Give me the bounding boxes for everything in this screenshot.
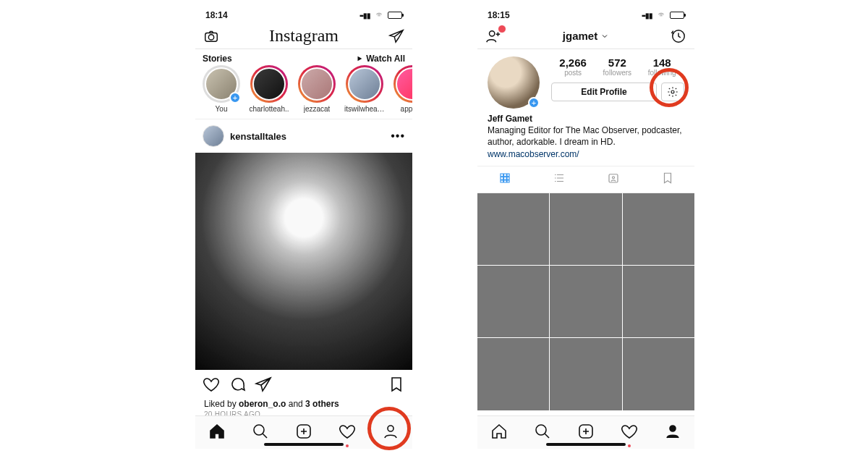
grid-cell[interactable] <box>550 193 621 265</box>
svg-point-2 <box>254 425 264 435</box>
profile-grid <box>477 193 694 410</box>
edit-profile-button[interactable]: Edit Profile <box>551 83 657 101</box>
tab-list[interactable] <box>532 166 586 193</box>
watch-all-label: Watch All <box>366 54 405 64</box>
stat-following[interactable]: 148following <box>648 56 676 77</box>
feed-header: Instagram <box>195 23 412 49</box>
bio-link[interactable]: www.macobserver.com/ <box>488 148 684 160</box>
activity-dot <box>346 444 349 447</box>
story-label: applem <box>401 105 412 113</box>
tab-activity[interactable] <box>621 423 638 443</box>
svg-point-5 <box>490 30 495 35</box>
stat-followers[interactable]: 572followers <box>603 56 631 77</box>
status-bar: 18:15 ▪▪▮▮ <box>477 7 694 23</box>
comment-icon[interactable] <box>229 376 246 396</box>
profile-bio: Jeff Gamet Managing Editor for The Mac O… <box>477 113 694 166</box>
wifi-icon <box>373 12 385 19</box>
grid-cell[interactable] <box>623 193 694 265</box>
stat-posts[interactable]: 2,266posts <box>559 56 587 77</box>
wifi-icon <box>655 12 667 19</box>
svg-point-4 <box>388 426 393 431</box>
profile-top: + 2,266posts 572followers 148following E… <box>477 49 694 113</box>
grid-cell[interactable] <box>623 338 694 410</box>
story-item[interactable]: charlotteah.. <box>249 65 289 113</box>
more-icon[interactable]: ••• <box>391 130 405 143</box>
grid-cell[interactable] <box>477 266 549 337</box>
post-image[interactable] <box>195 153 412 370</box>
post-username[interactable]: kenstalltales <box>230 131 286 142</box>
svg-point-1 <box>208 34 213 39</box>
stories-row[interactable]: + You charlotteah.. jezzacat itswilwheat… <box>195 65 412 119</box>
grid-cell[interactable] <box>477 193 549 265</box>
play-icon <box>356 55 363 62</box>
tagged-icon <box>607 172 620 185</box>
likes-line[interactable]: Liked by oberon_o.o and 3 others <box>195 399 412 409</box>
svg-point-7 <box>671 90 674 93</box>
plus-icon[interactable]: + <box>528 97 540 109</box>
direct-icon[interactable] <box>388 28 405 45</box>
post-avatar[interactable] <box>203 125 224 147</box>
home-indicator <box>264 443 344 446</box>
tab-home[interactable] <box>208 423 226 443</box>
stats-row: 2,266posts 572followers 148following <box>551 56 684 77</box>
status-icons: ▪▪▮▮ <box>642 12 684 20</box>
battery-icon <box>670 12 684 19</box>
home-indicator <box>546 443 626 446</box>
tab-activity[interactable] <box>339 423 356 443</box>
gear-icon <box>667 86 678 98</box>
instagram-logo: Instagram <box>269 26 339 46</box>
like-icon[interactable] <box>203 376 220 396</box>
tab-saved[interactable] <box>640 166 694 193</box>
post-header: kenstalltales ••• <box>195 119 412 153</box>
grid-cell[interactable] <box>550 266 621 337</box>
tab-create[interactable] <box>295 423 312 443</box>
chevron-down-icon <box>600 32 609 41</box>
settings-button[interactable] <box>661 83 684 101</box>
story-you[interactable]: + You <box>201 65 242 113</box>
status-time: 18:14 <box>205 10 228 20</box>
tab-tagged[interactable] <box>586 166 640 193</box>
post-actions <box>195 370 412 399</box>
notification-badge <box>498 25 506 33</box>
stories-label: Stories <box>203 54 232 64</box>
tab-profile[interactable] <box>382 423 399 443</box>
story-label: You <box>216 105 228 113</box>
story-item[interactable]: jezzacat <box>297 65 337 113</box>
share-icon[interactable] <box>255 376 272 396</box>
tab-search[interactable] <box>252 423 269 443</box>
cellular-icon: ▪▪▮▮ <box>359 12 370 20</box>
grid-cell[interactable] <box>550 338 621 410</box>
tab-home[interactable] <box>490 423 508 443</box>
tab-profile[interactable] <box>664 423 681 443</box>
status-bar: 18:14 ▪▪▮▮ <box>195 7 412 23</box>
list-icon <box>553 172 566 185</box>
archive-icon[interactable] <box>670 28 687 45</box>
bookmark-icon <box>661 172 674 185</box>
bio-name: Jeff Gamet <box>488 113 684 124</box>
tab-grid[interactable] <box>477 166 532 193</box>
battery-icon <box>388 12 402 19</box>
story-item[interactable]: applem <box>392 65 412 113</box>
username-dropdown[interactable]: jgamet <box>563 30 609 42</box>
profile-tabs <box>477 166 694 193</box>
discover-people-icon[interactable] <box>485 28 502 45</box>
watch-all-button[interactable]: Watch All <box>356 54 405 64</box>
tab-create[interactable] <box>577 423 595 443</box>
grid-cell[interactable] <box>477 338 549 410</box>
tab-search[interactable] <box>534 423 551 443</box>
plus-icon: + <box>229 92 241 104</box>
camera-icon[interactable] <box>203 28 220 45</box>
profile-header: jgamet <box>477 23 694 49</box>
grid-cell[interactable] <box>623 266 694 337</box>
story-label: jezzacat <box>304 105 331 113</box>
story-label: itswilwheaton <box>344 105 385 113</box>
activity-dot <box>628 444 631 447</box>
bookmark-icon[interactable] <box>388 376 405 396</box>
phone-feed: 18:14 ▪▪▮▮ Instagram Stories Watch All <box>195 7 412 449</box>
svg-point-12 <box>670 426 676 431</box>
svg-point-9 <box>612 177 614 179</box>
grid-icon <box>498 172 511 185</box>
story-item[interactable]: itswilwheaton <box>344 65 385 113</box>
svg-point-10 <box>536 425 546 435</box>
stories-header: Stories Watch All <box>195 49 412 65</box>
